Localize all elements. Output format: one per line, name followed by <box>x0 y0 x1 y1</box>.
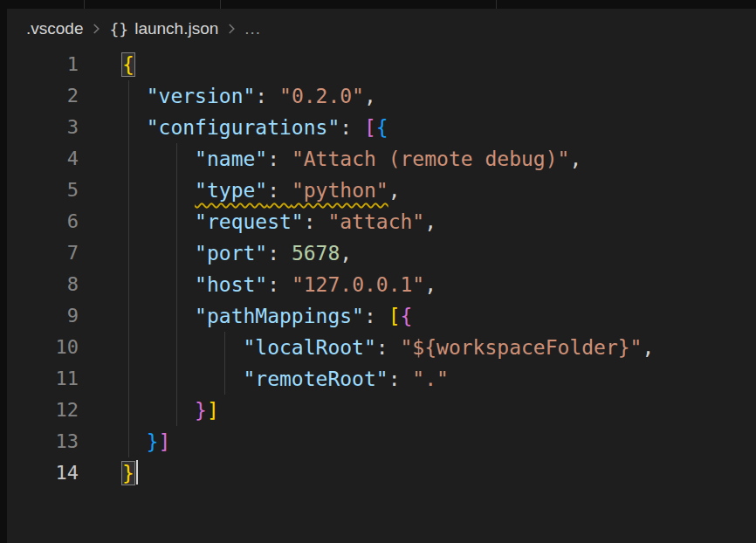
code-line-content[interactable]: "request": "attach", <box>122 206 436 237</box>
line-number[interactable]: 3 <box>0 112 87 143</box>
chevron-right-icon <box>88 21 104 37</box>
code-token <box>122 210 195 233</box>
window-top-edge <box>0 0 756 9</box>
breadcrumb-folder[interactable]: .vscode <box>26 19 83 38</box>
code-line[interactable]: 5 "type": "python", <box>0 175 756 206</box>
code-token: : <box>255 85 279 107</box>
code-token: , <box>388 179 401 202</box>
code-line-content[interactable]: "port": 5678, <box>122 237 352 269</box>
code-line-content[interactable]: { <box>122 49 134 80</box>
code-line[interactable]: 1{ <box>0 49 756 80</box>
tab-separator <box>220 0 221 9</box>
code-token <box>122 305 195 327</box>
code-token: : <box>364 305 388 327</box>
code-token <box>122 179 195 202</box>
tab-separator <box>496 0 497 9</box>
window-left-edge <box>0 0 7 543</box>
code-line[interactable]: 3 "configurations": [{ <box>0 112 756 143</box>
code-line-content[interactable]: } <box>122 457 138 489</box>
line-number[interactable]: 7 <box>0 237 87 269</box>
text-cursor <box>136 460 138 485</box>
code-line-content[interactable]: }] <box>122 426 170 457</box>
code-token: "Attach (remote debug)" <box>292 148 570 170</box>
code-token: } <box>122 462 134 485</box>
code-token <box>122 242 195 265</box>
code-token: "${workspaceFolder}" <box>401 336 643 359</box>
code-line[interactable]: 6 "request": "attach", <box>0 206 756 237</box>
line-number[interactable]: 2 <box>0 80 87 112</box>
line-number[interactable]: 14 <box>0 457 87 489</box>
code-token <box>122 368 243 390</box>
code-token: "host" <box>195 273 267 296</box>
code-token: } <box>195 399 207 422</box>
code-token: 5678 <box>292 242 340 265</box>
code-line-content[interactable]: "pathMappings": [{ <box>122 300 412 332</box>
code-token: "python" <box>292 179 388 202</box>
code-token: "version" <box>147 85 256 107</box>
code-token: } <box>147 430 159 453</box>
line-number[interactable]: 12 <box>0 395 87 426</box>
code-token: { <box>376 116 388 139</box>
code-token: , <box>364 85 376 107</box>
code-line[interactable]: 10 "localRoot": "${workspaceFolder}", <box>0 332 756 363</box>
code-line-content[interactable]: "name": "Attach (remote debug)", <box>122 143 581 175</box>
code-line[interactable]: 13 }] <box>0 426 756 457</box>
breadcrumb-more[interactable]: ... <box>244 19 261 38</box>
code-token: [ <box>388 305 401 327</box>
line-number[interactable]: 6 <box>0 206 87 237</box>
code-token: "0.2.0" <box>279 85 364 107</box>
code-token: "name" <box>195 148 267 170</box>
code-token <box>122 336 243 359</box>
code-line[interactable]: 9 "pathMappings": [{ <box>0 300 756 332</box>
code-line-content[interactable]: "type": "python", <box>122 175 401 206</box>
code-token: , <box>424 273 436 296</box>
code-token <box>122 399 195 422</box>
code-token: ] <box>207 399 219 422</box>
code-token: ] <box>159 430 171 453</box>
code-token: "request" <box>195 210 304 233</box>
code-line[interactable]: 12 }] <box>0 395 756 426</box>
code-line[interactable]: 7 "port": 5678, <box>0 237 756 269</box>
code-line[interactable]: 14} <box>0 457 756 489</box>
code-token: "configurations" <box>147 116 340 139</box>
code-line-content[interactable]: }] <box>122 395 219 426</box>
code-token: , <box>424 210 436 233</box>
json-file-icon: {} <box>109 20 128 38</box>
line-number[interactable]: 13 <box>0 426 87 457</box>
code-token: : <box>267 148 292 170</box>
code-line[interactable]: 2 "version": "0.2.0", <box>0 80 756 112</box>
code-line-content[interactable]: "version": "0.2.0", <box>122 80 376 112</box>
code-token <box>122 430 147 453</box>
code-token: , <box>340 242 352 265</box>
line-number[interactable]: 8 <box>0 269 87 300</box>
line-number[interactable]: 1 <box>0 49 87 80</box>
code-token <box>122 85 147 107</box>
breadcrumb-file[interactable]: launch.json <box>134 19 218 38</box>
code-token: { <box>122 53 134 76</box>
code-line-content[interactable]: "localRoot": "${workspaceFolder}", <box>122 332 654 363</box>
code-token: { <box>401 305 413 327</box>
code-line[interactable]: 11 "remoteRoot": "." <box>0 363 756 395</box>
code-line-content[interactable]: "remoteRoot": "." <box>122 363 449 395</box>
line-number[interactable]: 5 <box>0 175 87 206</box>
line-number[interactable]: 11 <box>0 363 87 395</box>
code-line-content[interactable]: "configurations": [{ <box>122 112 388 143</box>
code-token: : <box>304 210 328 233</box>
code-editor[interactable]: 1{2 "version": "0.2.0",3 "configurations… <box>0 49 756 489</box>
code-token: : <box>267 273 292 296</box>
line-number[interactable]: 9 <box>0 300 87 332</box>
line-number[interactable]: 10 <box>0 332 87 363</box>
code-token: "127.0.0.1" <box>292 273 424 296</box>
code-token: : <box>388 368 413 390</box>
code-line[interactable]: 8 "host": "127.0.0.1", <box>0 269 756 300</box>
code-lines: 1{2 "version": "0.2.0",3 "configurations… <box>0 49 756 489</box>
code-token <box>122 148 195 170</box>
code-token: [ <box>364 116 376 139</box>
code-token: : <box>267 242 292 265</box>
code-token: "localRoot" <box>243 336 375 359</box>
code-line-content[interactable]: "host": "127.0.0.1", <box>122 269 436 300</box>
code-token <box>122 273 195 296</box>
code-line[interactable]: 4 "name": "Attach (remote debug)", <box>0 143 756 175</box>
line-number[interactable]: 4 <box>0 143 87 175</box>
code-token: "." <box>412 368 449 390</box>
